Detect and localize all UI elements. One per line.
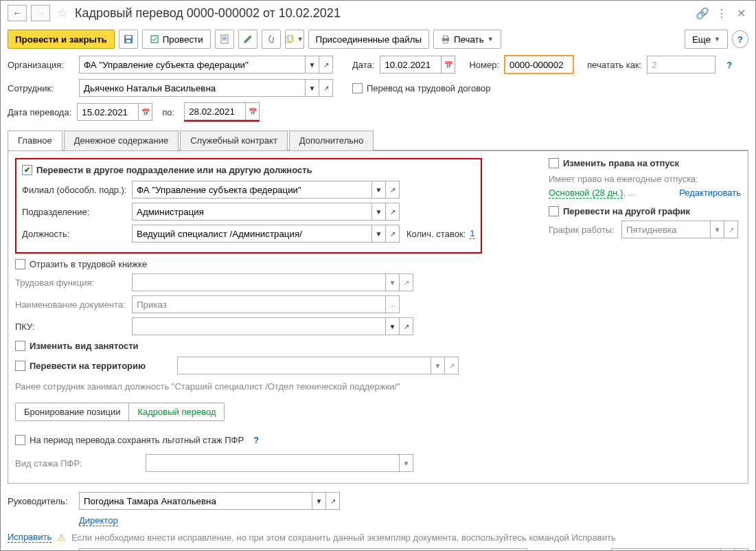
pfr-label: На период перевода сохранять льготный ст… [30,435,244,445]
close-icon[interactable]: ✕ [733,7,748,20]
open-icon[interactable]: ↗ [386,181,400,199]
transfer-schedule-checkbox[interactable] [549,206,559,216]
employee-input[interactable] [79,79,306,97]
dropdown-icon[interactable]: ▼ [312,492,326,510]
correct-link[interactable]: Исправить [8,532,51,543]
svg-rect-12 [444,36,448,38]
svg-rect-2 [126,40,130,43]
open-icon[interactable]: ↗ [400,317,413,335]
transfer-date-label: Дата перевода: [8,107,71,117]
calendar-icon[interactable]: 📅 [139,103,152,121]
transfer-doc-tab[interactable]: Кадровый перевод [129,403,224,420]
calendar-icon[interactable]: 📅 [442,56,455,74]
open-icon[interactable]: ↗ [319,56,333,74]
link-icon[interactable]: 🔗 [695,7,710,20]
manager-label: Руководитель: [8,496,73,506]
svg-rect-4 [221,35,228,43]
number-input[interactable] [505,56,573,74]
post-and-close-button[interactable]: Провести и закрыть [8,30,115,49]
nav-back-button[interactable]: ← [8,5,27,21]
edit-icon-button[interactable] [238,30,257,49]
position-input[interactable] [132,225,372,243]
change-employment-checkbox[interactable] [15,341,25,351]
department-input[interactable] [132,203,372,221]
open-icon[interactable]: ↗ [326,492,340,510]
favorite-icon[interactable]: ☆ [54,5,71,21]
dropdown-icon[interactable]: ▼ [306,79,319,97]
print-as-label: печатать как: [587,60,641,70]
transfer-date-input[interactable] [77,103,139,121]
dropdown-icon[interactable]: ▼ [386,317,400,335]
change-vacation-checkbox[interactable] [549,158,559,168]
booking-tab[interactable]: Бронирование позиции [16,403,129,420]
manager-position-link[interactable]: Директор [79,515,118,526]
open-icon[interactable]: ↗ [386,203,400,221]
dropdown-icon[interactable]: ▼ [372,225,386,243]
vacation-note: Имеет право на ежегодные отпуска: [549,174,698,184]
branch-input[interactable] [132,181,372,199]
nav-forward-button[interactable]: → [31,5,50,21]
comment-input[interactable] [79,548,527,551]
pku-label: ПКУ: [15,322,132,332]
vacation-main-link[interactable]: Основной (28 дн.) [549,188,623,199]
create-based-button[interactable]: +▼ [285,30,304,49]
rates-link[interactable]: 1 [470,228,474,239]
change-employment-label: Изменить вид занятости [30,341,139,351]
help-icon[interactable]: ? [732,30,748,48]
transfer-other-checkbox[interactable]: ✔ [22,165,32,175]
help-icon[interactable]: ? [248,431,264,449]
window-title: Кадровый перевод 0000-000002 от 10.02.20… [75,6,691,21]
dropdown-icon[interactable]: ▼ [372,181,386,199]
tab-salary[interactable]: Денежное содержание [64,131,179,150]
post-button[interactable]: Провести [142,30,211,49]
contract-label: Перевод на трудовой договор [367,83,490,93]
organization-input[interactable] [79,56,306,74]
branch-label: Филиал (обособл. подр.): [22,185,132,195]
print-as-input[interactable] [647,56,715,74]
attached-files-button[interactable]: Присоединенные файлы [308,30,429,49]
date-input[interactable] [380,56,442,74]
doc-icon-button[interactable] [215,30,234,49]
pfr-type-input [146,454,400,472]
more-button[interactable]: Еще▼ [685,30,728,49]
open-icon: ↗ [445,357,459,374]
transfer-other-label: Перевести в другое подразделение или на … [36,165,312,175]
dropdown-icon[interactable]: ▼ [306,56,319,74]
tab-contract[interactable]: Служебный контракт [180,131,288,150]
attach-icon-button[interactable] [262,30,281,49]
to-date-input[interactable] [184,102,246,120]
save-button[interactable] [119,30,138,49]
contract-checkbox[interactable] [352,83,363,93]
svg-rect-1 [126,36,131,38]
to-label: по: [162,107,174,117]
tab-additional[interactable]: Дополнительно [289,131,374,150]
department-label: Подразделение: [22,207,132,217]
dropdown-icon[interactable]: ▼ [721,548,735,551]
correct-note: Если необходимо внести исправление, но п… [71,532,615,543]
responsible-input[interactable] [611,548,721,551]
pku-input[interactable] [132,317,386,335]
calendar-icon[interactable]: 📅 [246,102,260,120]
pfr-type-label: Вид стажа ПФР: [15,458,146,469]
svg-text:+: + [290,36,293,41]
select-icon: … [386,295,400,313]
pfr-checkbox[interactable] [15,435,25,445]
open-icon[interactable]: ↗ [386,225,400,243]
schedule-input [621,221,711,238]
manager-input[interactable] [79,492,312,510]
tab-main[interactable]: Главное [8,131,62,150]
edit-vacation-link[interactable]: Редактировать [679,186,741,200]
change-vacation-label: Изменить права на отпуск [563,158,679,168]
kebab-icon[interactable]: ⋮ [714,7,729,20]
open-icon[interactable]: ↗ [735,548,748,551]
position-label: Должность: [22,229,132,239]
workbook-checkbox[interactable] [15,259,25,269]
organization-label: Организация: [8,60,73,70]
open-icon: ↗ [724,221,738,238]
transfer-territory-checkbox[interactable] [15,361,25,371]
print-button[interactable]: Печать▼ [433,30,501,49]
dropdown-icon[interactable]: ▼ [372,203,386,221]
help-icon[interactable]: ? [721,56,737,74]
open-icon[interactable]: ↗ [319,79,333,97]
territory-input [177,357,431,374]
